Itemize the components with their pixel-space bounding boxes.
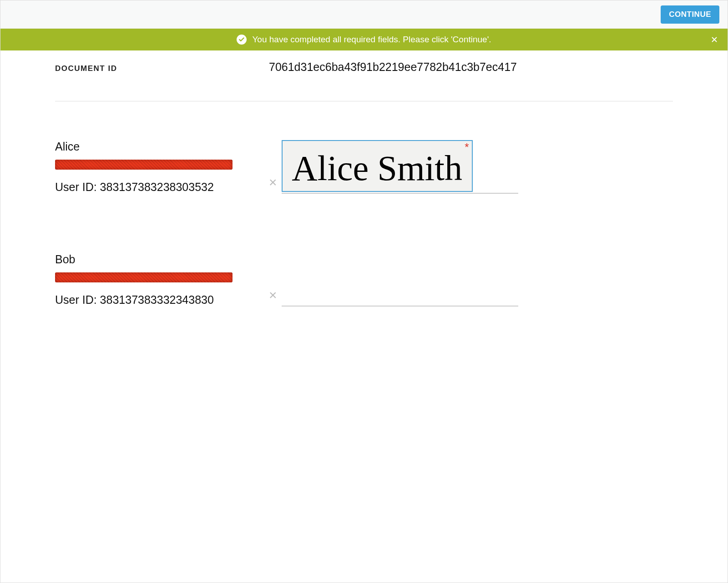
signer-block: Alice User ID: 383137383238303532 × Alic… xyxy=(55,140,673,194)
document-id-value: 7061d31ec6ba43f91b2219ee7782b41c3b7ec417 xyxy=(269,60,517,74)
signature-area: × xyxy=(269,253,673,307)
redacted-email xyxy=(55,160,233,170)
signer-name: Alice xyxy=(55,140,269,153)
signature-field[interactable]: Alice Smith * xyxy=(282,140,473,192)
signer-info: Alice User ID: 383137383238303532 xyxy=(55,140,269,194)
signer-name: Bob xyxy=(55,253,269,266)
document-id-label: DOCUMENT ID xyxy=(55,64,269,73)
signature-line: Alice Smith * xyxy=(282,140,518,194)
redacted-email xyxy=(55,272,233,282)
app-frame: CONTINUE You have completed all required… xyxy=(0,0,728,583)
check-circle-icon xyxy=(237,35,247,45)
document-id-row: DOCUMENT ID 7061d31ec6ba43f91b2219ee7782… xyxy=(55,60,673,101)
signature-line-empty[interactable] xyxy=(282,288,518,307)
signer-block: Bob User ID: 383137383332343830 × xyxy=(55,253,673,307)
banner-message: You have completed all required fields. … xyxy=(252,35,491,45)
signature-text: Alice Smith xyxy=(292,151,462,186)
signer-user-id: User ID: 383137383238303532 xyxy=(55,181,269,194)
x-mark-icon: × xyxy=(269,287,277,303)
required-asterisk-icon: * xyxy=(465,142,469,153)
signer-user-id: User ID: 383137383332343830 xyxy=(55,293,269,307)
content-area: DOCUMENT ID 7061d31ec6ba43f91b2219ee7782… xyxy=(0,50,728,307)
continue-button[interactable]: CONTINUE xyxy=(661,5,719,24)
success-banner: You have completed all required fields. … xyxy=(0,29,728,50)
x-mark-icon: × xyxy=(269,175,277,190)
signature-area: × Alice Smith * xyxy=(269,140,673,194)
top-bar: CONTINUE xyxy=(0,0,728,29)
close-icon[interactable] xyxy=(710,35,718,44)
signer-info: Bob User ID: 383137383332343830 xyxy=(55,253,269,307)
